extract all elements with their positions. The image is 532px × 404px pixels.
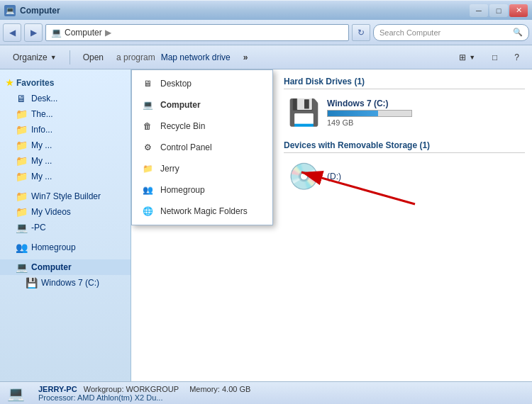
homegroup-dropdown-label: Homegroup [160,185,205,195]
sidebar-item-windows7[interactable]: 💾 Windows 7 (C:) [0,275,131,291]
status-memory: Memory: 4.00 GB [189,385,250,393]
preview-pane-button[interactable]: □ [485,48,504,67]
drive-c-size: 149 GB [327,118,412,127]
the-label: The... [31,109,53,119]
dropdown-item-computer[interactable]: 💻 Computer [132,94,272,116]
dropdown-item-desktop[interactable]: 🖥 Desktop [132,73,272,94]
folder-icon-win7: 📁 [16,191,27,202]
sidebar-item-my3[interactable]: 📁 My ... [0,169,131,184]
toolbar-text-2[interactable]: Map network drive [161,52,231,62]
computer-section: 💻 Computer 💾 Windows 7 (C:) [0,259,131,291]
sidebar-item-info[interactable]: 📁 Info... [0,122,131,138]
sidebar-item-pc[interactable]: 💻 -PC [0,220,131,235]
drive-c-name: Windows 7 (C:) [327,99,412,108]
favorites-section: ★ Favorites 🖥 Desk... 📁 The... 📁 Info...… [0,75,131,184]
back-button[interactable]: ◀ [3,23,21,42]
drive-d-row[interactable]: 💿 (D:) [284,157,525,196]
homegroup-label: Homegroup [31,242,76,252]
folder-icon-1: 📁 [16,108,27,120]
removable-section: Devices with Removable Storage (1) 💿 (D:… [284,140,525,196]
minimize-button[interactable]: ─ [470,4,488,17]
maximize-button[interactable]: □ [489,4,508,17]
favorites-header[interactable]: ★ Favorites [0,75,131,91]
sidebar-item-homegroup[interactable]: 👥 Homegroup [0,240,131,255]
network-dropdown-icon: 🌐 [140,204,155,218]
window-title: Computer [20,6,470,16]
drive-d-info: (D:) [327,172,341,181]
sidebar-item-win7[interactable]: 📁 Win7 Style Builder [0,189,131,204]
pc-label: -PC [31,223,46,232]
drive-c-bar [328,111,378,116]
drive-d-icon: 💿 [288,162,320,191]
more-button[interactable]: » [236,48,255,67]
content-area: 🖥 Desktop 💻 Computer 🗑 Recycle Bin ⚙ Con… [131,69,532,381]
favorites-icon: ★ [6,78,13,88]
homegroup-icon: 👥 [16,242,27,253]
dropdown-menu: 🖥 Desktop 💻 Computer 🗑 Recycle Bin ⚙ Con… [131,69,273,225]
jerry-dropdown-label: Jerry [160,164,179,174]
folder-icon-5: 📁 [16,171,27,182]
dropdown-item-jerry[interactable]: 📁 Jerry [132,158,272,179]
computer-path-icon: 💻 [50,27,62,38]
drive-c-row[interactable]: 💾 Windows 7 (C:) 149 GB [284,94,525,132]
status-pc-name: JERRY-PC [38,385,77,393]
my3-label: My ... [31,172,52,181]
dropdown-item-control[interactable]: ⚙ Control Panel [132,137,272,158]
sidebar: ★ Favorites 🖥 Desk... 📁 The... 📁 Info...… [0,69,131,381]
path-chevron: ▶ [105,28,111,38]
toolbar: Organize ▼ Open a program Map network dr… [0,45,532,69]
views-button[interactable]: ⊞ ▼ [452,48,482,67]
sidebar-item-desktop[interactable]: 🖥 Desk... [0,91,131,106]
status-bar: 💻 JERRY-PC Workgroup: WORKGROUP Memory: … [0,381,532,404]
dropdown-item-recycle[interactable]: 🗑 Recycle Bin [132,116,272,137]
info-label: Info... [31,125,52,135]
help-button[interactable]: ? [507,48,526,67]
status-workgroup: Workgroup: WORKGROUP [84,385,179,393]
folder-icon-4: 📁 [16,155,27,167]
drive-c-bar-container [327,110,412,117]
main-drive-content: Hard Disk Drives (1) 💾 Windows 7 (C:) 14… [284,77,525,196]
title-bar: 💻 Computer ─ □ ✕ [0,0,532,20]
computer-dropdown-icon: 💻 [140,98,155,112]
refresh-button[interactable]: ↻ [352,24,370,41]
dropdown-item-network[interactable]: 🌐 Network Magic Folders [132,201,272,222]
libraries-section: 📁 Win7 Style Builder 📁 My Videos 💻 -PC [0,189,131,235]
organize-button[interactable]: Organize ▼ [6,48,64,67]
desktop-icon: 🖥 [16,93,27,104]
close-button[interactable]: ✕ [509,4,528,17]
open-label: Open [83,52,104,62]
removable-title: Devices with Removable Storage (1) [284,140,525,153]
recycle-dropdown-label: Recycle Bin [160,121,205,131]
folder-icon-videos: 📁 [16,206,27,218]
address-path[interactable]: 💻 Computer ▶ [45,24,349,41]
toolbar-separator-1 [70,50,70,64]
computer-sidebar-label: Computer [31,262,72,272]
open-button[interactable]: Open [76,48,111,67]
my2-label: My ... [31,156,52,166]
sidebar-item-computer[interactable]: 💻 Computer [0,259,131,275]
sidebar-item-my1[interactable]: 📁 My ... [0,138,131,153]
toolbar-text-1: a program [116,52,155,62]
organize-label: Organize [13,52,48,62]
search-box[interactable]: Search Computer 🔍 [373,24,529,41]
computer-sidebar-icon: 💻 [16,262,27,273]
hard-disk-title: Hard Disk Drives (1) [284,77,525,89]
dropdown-item-homegroup[interactable]: 👥 Homegroup [132,179,272,201]
status-info: JERRY-PC Workgroup: WORKGROUP Memory: 4.… [38,385,250,402]
sidebar-item-videos[interactable]: 📁 My Videos [0,204,131,220]
status-processor: Processor: AMD Athlon(tm) X2 Du... [38,393,250,402]
desktop-dropdown-icon: 🖥 [140,77,155,91]
sidebar-item-the[interactable]: 📁 The... [0,106,131,122]
computer-icon-pc: 💻 [16,222,27,233]
sidebar-item-my2[interactable]: 📁 My ... [0,153,131,169]
control-dropdown-icon: ⚙ [140,140,155,155]
folder-icon-3: 📁 [16,140,27,151]
homegroup-dropdown-icon: 👥 [140,183,155,197]
network-dropdown-label: Network Magic Folders [160,206,248,216]
windows7-sidebar-label: Windows 7 (C:) [41,278,99,288]
forward-button[interactable]: ▶ [24,23,43,42]
status-computer-name: JERRY-PC Workgroup: WORKGROUP Memory: 4.… [38,385,250,393]
videos-label: My Videos [31,207,71,217]
homegroup-section: 👥 Homegroup [0,240,131,255]
drive-sidebar-icon: 💾 [26,277,37,288]
